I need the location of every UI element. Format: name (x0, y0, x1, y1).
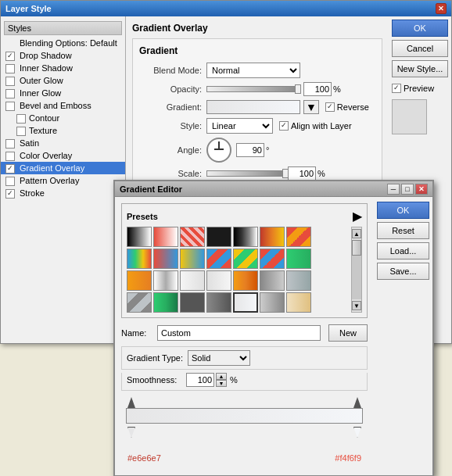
stroke-checkbox[interactable] (5, 189, 15, 199)
gradient-bar[interactable] (126, 408, 363, 424)
opacity-input[interactable] (303, 82, 332, 96)
scale-input[interactable] (288, 166, 316, 181)
scroll-up-button[interactable]: ▲ (352, 229, 361, 238)
drop-shadow-checkbox[interactable] (5, 52, 15, 61)
list-item[interactable] (153, 227, 178, 247)
opacity-stop-left[interactable] (127, 397, 135, 408)
gradient-preview[interactable] (206, 100, 300, 114)
opacity-slider[interactable] (206, 86, 300, 92)
ge-load-button[interactable]: Load... (377, 242, 429, 259)
reverse-checkbox[interactable] (325, 102, 335, 112)
sidebar-item-drop-shadow[interactable]: Drop Shadow (1, 49, 125, 62)
list-item[interactable] (233, 270, 258, 291)
gradient-editor-titlebar: Gradient Editor ─ □ ✕ (115, 181, 432, 197)
new-gradient-button[interactable]: New (328, 324, 368, 342)
list-item[interactable] (127, 292, 152, 313)
scroll-thumb[interactable] (352, 240, 361, 256)
gradient-overlay-section: Gradient Blend Mode: Normal Opacity: % (132, 38, 382, 191)
name-input[interactable] (157, 325, 321, 341)
scale-slider[interactable] (206, 170, 285, 177)
scale-row: Scale: % (139, 166, 375, 181)
inner-glow-checkbox[interactable] (5, 89, 15, 98)
list-item[interactable] (153, 249, 178, 269)
list-item[interactable] (286, 227, 311, 247)
list-item[interactable] (286, 292, 311, 313)
sidebar-item-bevel-emboss[interactable]: Bevel and Emboss (1, 99, 125, 112)
sidebar-item-texture[interactable]: Texture (1, 124, 125, 137)
list-item[interactable] (286, 270, 311, 291)
cancel-button[interactable]: Cancel (392, 40, 448, 57)
layer-style-close-button[interactable]: ✕ (436, 3, 447, 14)
list-item[interactable] (206, 270, 231, 291)
list-item[interactable] (286, 249, 311, 269)
preview-checkbox[interactable] (392, 84, 401, 93)
list-item[interactable] (127, 249, 152, 269)
ge-minimize-button[interactable]: ─ (387, 184, 400, 195)
angle-input[interactable] (236, 143, 264, 157)
list-item[interactable] (180, 292, 205, 313)
sidebar-item-color-overlay[interactable]: Color Overlay (1, 149, 125, 162)
ge-reset-button[interactable]: Reset (377, 222, 429, 239)
color-stop-right[interactable] (353, 427, 361, 438)
color-stop-left[interactable] (127, 427, 135, 438)
ge-ok-button[interactable]: OK (377, 202, 429, 219)
opacity-slider-thumb[interactable] (295, 84, 301, 94)
ge-save-button[interactable]: Save... (377, 263, 429, 280)
sidebar-item-gradient-overlay[interactable]: Gradient Overlay (1, 162, 125, 174)
angle-wheel[interactable] (206, 138, 231, 163)
smoothness-input[interactable] (186, 373, 214, 387)
list-item[interactable] (260, 227, 285, 247)
sidebar-item-outer-glow[interactable]: Outer Glow (1, 74, 125, 87)
list-item[interactable] (180, 227, 205, 247)
sidebar-item-satin[interactable]: Satin (1, 137, 125, 149)
inner-shadow-checkbox[interactable] (5, 64, 15, 73)
sidebar-item-contour[interactable]: Contour (1, 112, 125, 124)
list-item[interactable] (233, 249, 258, 269)
list-item[interactable] (153, 270, 178, 291)
outer-glow-checkbox[interactable] (5, 77, 15, 86)
texture-checkbox[interactable] (16, 127, 26, 136)
list-item[interactable] (260, 292, 285, 313)
list-item[interactable] (127, 270, 152, 291)
color-overlay-checkbox[interactable] (5, 152, 15, 161)
list-item[interactable] (233, 227, 258, 247)
list-item[interactable] (233, 292, 258, 313)
align-checkbox[interactable] (279, 121, 289, 131)
gradient-type-select[interactable]: Solid (188, 350, 250, 366)
gradient-overlay-checkbox[interactable] (5, 164, 15, 174)
list-item[interactable] (260, 249, 285, 269)
presets-arrow-icon[interactable]: ▶ (353, 209, 362, 224)
scale-slider-thumb[interactable] (282, 169, 289, 178)
scroll-track[interactable] (352, 240, 361, 299)
scroll-down-button[interactable]: ▼ (352, 301, 361, 310)
ok-button[interactable]: OK (392, 20, 448, 37)
style-select[interactable]: Linear (206, 118, 273, 134)
contour-checkbox[interactable] (16, 114, 26, 123)
satin-checkbox[interactable] (5, 139, 15, 149)
bevel-emboss-checkbox[interactable] (5, 102, 15, 111)
pattern-overlay-checkbox[interactable] (5, 177, 15, 186)
sidebar-item-inner-shadow[interactable]: Inner Shadow (1, 62, 125, 74)
gradient-dropdown-arrow[interactable]: ▼ (303, 100, 319, 114)
sidebar-item-stroke[interactable]: Stroke (1, 187, 125, 199)
opacity-stop-right[interactable] (353, 397, 361, 408)
blend-mode-select[interactable]: Normal (206, 63, 300, 78)
list-item[interactable] (180, 270, 205, 291)
smoothness-down-button[interactable]: ▼ (216, 380, 227, 387)
list-item[interactable] (206, 292, 231, 313)
smoothness-up-button[interactable]: ▲ (216, 373, 227, 380)
sidebar-item-pattern-overlay[interactable]: Pattern Overlay (1, 174, 125, 187)
list-item[interactable] (127, 227, 152, 247)
angle-label: Angle: (139, 145, 202, 155)
list-item[interactable] (260, 270, 285, 291)
list-item[interactable] (180, 249, 205, 269)
ge-close-button[interactable]: ✕ (415, 184, 428, 195)
sidebar-item-inner-glow[interactable]: Inner Glow (1, 87, 125, 99)
list-item[interactable] (153, 292, 178, 313)
blending-options-item[interactable]: Blending Options: Default (1, 37, 125, 49)
list-item[interactable] (206, 227, 231, 247)
list-item[interactable] (206, 249, 231, 269)
ge-maximize-button[interactable]: □ (401, 184, 414, 195)
new-style-button[interactable]: New Style... (392, 60, 448, 77)
styles-panel: Styles Blending Options: Default Drop Sh… (1, 16, 126, 343)
